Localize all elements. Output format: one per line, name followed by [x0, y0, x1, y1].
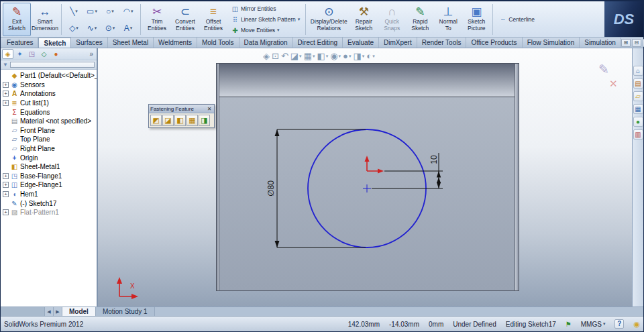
- command-tab[interactable]: Mold Tools: [197, 38, 239, 48]
- command-tab[interactable]: Sketch: [38, 38, 71, 48]
- dropdown-arrow-icon[interactable]: ▾: [326, 54, 329, 59]
- tree-item[interactable]: + ◫ Edge-Flange1: [1, 180, 97, 190]
- ribbon-stacked-button[interactable]: ✚ Move Entities ▾: [229, 25, 302, 36]
- minimize-window-icon[interactable]: ⊟: [632, 39, 641, 47]
- tree-item[interactable]: ▱ Front Plane: [1, 126, 97, 135]
- ribbon-button[interactable]: ↔ SmartDimension: [31, 3, 59, 36]
- displaymanager-tab-icon[interactable]: ●: [50, 49, 62, 59]
- sketch-entity-button[interactable]: ∿ ▾: [83, 20, 101, 36]
- solidworks-resources-icon[interactable]: ⌂: [633, 66, 643, 76]
- expander-icon[interactable]: +: [3, 173, 9, 179]
- command-tab[interactable]: Flow Simulation: [523, 38, 580, 48]
- cascade-window-icon[interactable]: ⊞: [621, 39, 631, 47]
- ribbon-button[interactable]: ∩ QuickSnaps: [378, 3, 406, 36]
- dropdown-arrow-icon[interactable]: ▾: [362, 54, 365, 59]
- fastening-titlebar[interactable]: Fastening Feature ✕: [149, 105, 214, 113]
- tree-item[interactable]: + ≣ Cut list(1): [1, 99, 97, 108]
- sketch-entity-button[interactable]: ◠ ▾: [119, 3, 137, 19]
- sketch-entity-button[interactable]: ⊙ ▾: [101, 20, 119, 36]
- model-tab[interactable]: Motion Study 1: [96, 307, 155, 316]
- mounting-boss-icon[interactable]: ◧: [174, 115, 186, 126]
- dropdown-arrow-icon[interactable]: ▾: [313, 54, 315, 59]
- sketch-entity-button[interactable]: ╲ ▾: [65, 3, 83, 19]
- tree-item[interactable]: ◆ Part1 (Default<<Default>_Displa: [1, 71, 97, 80]
- ribbon-button[interactable]: ⊂ ConvertEntities: [171, 3, 199, 36]
- expander-icon[interactable]: +: [3, 91, 9, 97]
- command-tab[interactable]: Weldments: [154, 38, 197, 48]
- centerline-button[interactable]: ┄ Centerline: [496, 15, 537, 25]
- snap-hook-icon[interactable]: ◩: [150, 115, 162, 126]
- dropdown-arrow-icon[interactable]: ▾: [339, 54, 341, 59]
- tree-item[interactable]: ◧ Sheet-Metal1: [1, 162, 97, 172]
- fastening-feature-toolbar[interactable]: Fastening Feature ✕ ◩ ◪: [148, 104, 215, 128]
- command-tab[interactable]: Surfaces: [71, 38, 107, 48]
- tree-item[interactable]: + ◳ Base-Flange1: [1, 172, 97, 181]
- tree-filter-input[interactable]: [10, 62, 95, 68]
- command-tab[interactable]: Evaluate: [343, 38, 379, 48]
- cancel-sketch-icon[interactable]: ✕: [609, 78, 618, 90]
- offset-dimension-text[interactable]: 10: [429, 155, 439, 164]
- featuremanager-tab-icon[interactable]: ◈: [2, 49, 13, 59]
- tree-item[interactable]: Σ Equations: [1, 107, 97, 117]
- dropdown-arrow-icon[interactable]: ▾: [277, 27, 280, 33]
- tab-scroll-arrow-icon[interactable]: ▶: [54, 307, 62, 316]
- expander-icon[interactable]: +: [3, 191, 9, 197]
- model-tab[interactable]: Model: [62, 307, 96, 316]
- command-tab[interactable]: Render Tools: [417, 38, 467, 48]
- ribbon-button[interactable]: ✎ ExitSketch: [3, 3, 31, 36]
- dropdown-arrow-icon[interactable]: ▾: [349, 54, 352, 59]
- command-tab[interactable]: Simulation: [580, 38, 621, 48]
- tree-item[interactable]: + Origin: [1, 153, 97, 162]
- quick-tips-icon[interactable]: ◉: [633, 320, 640, 329]
- sketch-entity-button[interactable]: A ▾: [119, 20, 137, 36]
- tree-item[interactable]: + ◉ Sensors: [1, 80, 97, 90]
- command-tab[interactable]: Office Products: [466, 38, 522, 48]
- custom-properties-icon[interactable]: ▥: [633, 129, 643, 140]
- command-tab[interactable]: Data Migration: [239, 38, 293, 48]
- sketch-entity-button[interactable]: ○ ▾: [101, 3, 119, 19]
- ribbon-button[interactable]: ⚒ RepairSketch: [350, 3, 378, 36]
- ribbon-button[interactable]: ⊥ NormalTo: [434, 3, 462, 36]
- expander-icon[interactable]: +: [3, 182, 9, 188]
- tree-item[interactable]: + A Annotations: [1, 89, 97, 99]
- tree-item[interactable]: ▤ Material <not specified>: [1, 117, 97, 126]
- expander-icon[interactable]: +: [3, 209, 9, 215]
- tree-item[interactable]: ▱ Right Plane: [1, 144, 97, 154]
- configurationmanager-tab-icon[interactable]: ◳: [26, 49, 38, 59]
- dropdown-arrow-icon[interactable]: ▾: [131, 9, 133, 14]
- dropdown-arrow-icon[interactable]: ▾: [95, 9, 97, 14]
- sketch-entity-button[interactable]: ◇ ▾: [65, 20, 83, 36]
- propertymanager-tab-icon[interactable]: ✦: [14, 49, 25, 59]
- dropdown-arrow-icon[interactable]: ▾: [299, 54, 302, 59]
- design-library-icon[interactable]: ▤: [633, 78, 643, 89]
- circle-center-cross[interactable]: [363, 184, 371, 192]
- exit-sketch-corner-icon[interactable]: ✎: [598, 62, 609, 76]
- tree-item[interactable]: ✎ (-) Sketch17: [1, 199, 97, 208]
- tree-item[interactable]: ▱ Top Plane: [1, 135, 97, 144]
- dropdown-arrow-icon[interactable]: ▾: [76, 25, 78, 31]
- file-explorer-icon[interactable]: ▱: [633, 91, 643, 101]
- command-tab[interactable]: Features: [2, 38, 38, 48]
- graphics-viewport[interactable]: ∅80 10 X ◈: [98, 48, 632, 307]
- diameter-dimension-text[interactable]: ∅80: [266, 180, 276, 197]
- tree-item[interactable]: + ◖ Hem1: [1, 190, 97, 199]
- dropdown-arrow-icon[interactable]: ▾: [372, 54, 375, 59]
- ribbon-stacked-button[interactable]: ⠿ Linear Sketch Pattern ▾: [229, 15, 302, 25]
- expander-icon[interactable]: +: [3, 82, 9, 88]
- dropdown-arrow-icon[interactable]: ▾: [75, 9, 78, 14]
- sketch-entity-button[interactable]: ▭ ▾: [83, 3, 101, 19]
- ribbon-button[interactable]: ✂ TrimEntities: [143, 3, 171, 36]
- unit-system-selector[interactable]: MMGS ▾: [581, 321, 606, 328]
- help-button[interactable]: ?: [614, 319, 624, 329]
- ribbon-stacked-button[interactable]: ◫ Mirror Entities: [229, 4, 302, 14]
- command-tab[interactable]: Direct Editing: [293, 38, 343, 48]
- command-tab[interactable]: Sheet Metal: [108, 38, 154, 48]
- tree-item[interactable]: + ▨ Flat-Pattern1: [1, 208, 97, 217]
- expander-icon[interactable]: +: [3, 100, 9, 106]
- dropdown-arrow-icon[interactable]: ▾: [95, 25, 97, 31]
- appearances-icon[interactable]: ●: [633, 117, 643, 127]
- tab-scroll-arrow-icon[interactable]: ◀: [45, 307, 54, 316]
- dropdown-arrow-icon[interactable]: ▾: [130, 25, 133, 31]
- ribbon-button[interactable]: ▣ SketchPicture: [462, 3, 490, 36]
- close-icon[interactable]: ✕: [206, 106, 213, 112]
